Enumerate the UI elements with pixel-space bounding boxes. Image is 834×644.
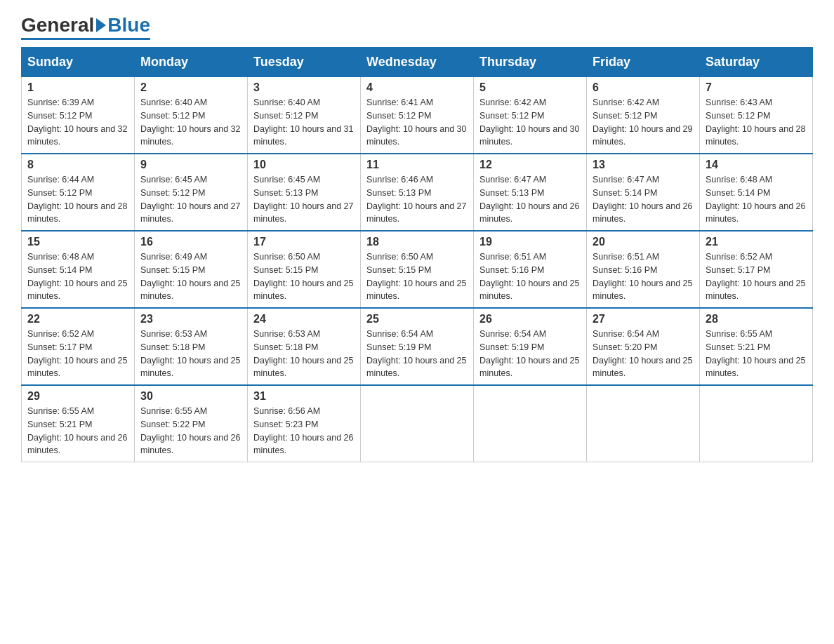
day-info: Sunrise: 6:44 AM Sunset: 5:12 PM Dayligh… [27, 173, 128, 226]
calendar-cell: 31 Sunrise: 6:56 AM Sunset: 5:23 PM Dayl… [248, 385, 361, 462]
day-info: Sunrise: 6:55 AM Sunset: 5:22 PM Dayligh… [140, 405, 241, 457]
calendar-cell: 19 Sunrise: 6:51 AM Sunset: 5:16 PM Dayl… [474, 231, 587, 308]
col-header-thursday: Thursday [474, 48, 587, 77]
calendar-cell: 27 Sunrise: 6:54 AM Sunset: 5:20 PM Dayl… [587, 308, 700, 385]
day-number: 21 [706, 236, 807, 248]
calendar-cell: 23 Sunrise: 6:53 AM Sunset: 5:18 PM Dayl… [135, 308, 248, 385]
calendar-cell: 20 Sunrise: 6:51 AM Sunset: 5:16 PM Dayl… [587, 231, 700, 308]
day-number: 24 [253, 313, 355, 326]
col-header-saturday: Saturday [700, 48, 813, 77]
day-number: 1 [27, 81, 128, 94]
day-number: 18 [366, 236, 468, 248]
day-number: 28 [706, 313, 807, 326]
day-number: 22 [27, 313, 128, 326]
calendar-week-row: 22 Sunrise: 6:52 AM Sunset: 5:17 PM Dayl… [22, 308, 813, 385]
day-number: 23 [140, 313, 241, 326]
day-number: 15 [27, 236, 128, 248]
day-info: Sunrise: 6:54 AM Sunset: 5:20 PM Dayligh… [593, 328, 694, 380]
day-info: Sunrise: 6:48 AM Sunset: 5:14 PM Dayligh… [27, 250, 128, 303]
logo: General Blue [21, 14, 150, 40]
day-info: Sunrise: 6:55 AM Sunset: 5:21 PM Dayligh… [27, 405, 128, 457]
logo-blue-text: Blue [107, 14, 150, 36]
day-info: Sunrise: 6:53 AM Sunset: 5:18 PM Dayligh… [253, 328, 355, 380]
day-number: 10 [253, 159, 355, 171]
day-info: Sunrise: 6:51 AM Sunset: 5:16 PM Dayligh… [593, 250, 694, 303]
calendar-cell [474, 385, 587, 462]
day-number: 11 [366, 159, 468, 171]
calendar-week-row: 29 Sunrise: 6:55 AM Sunset: 5:21 PM Dayl… [22, 385, 813, 462]
day-info: Sunrise: 6:40 AM Sunset: 5:12 PM Dayligh… [253, 96, 355, 149]
day-info: Sunrise: 6:47 AM Sunset: 5:14 PM Dayligh… [593, 173, 694, 226]
calendar-cell: 15 Sunrise: 6:48 AM Sunset: 5:14 PM Dayl… [22, 231, 135, 308]
day-number: 2 [140, 81, 241, 94]
calendar-cell: 4 Sunrise: 6:41 AM Sunset: 5:12 PM Dayli… [361, 77, 474, 154]
day-info: Sunrise: 6:40 AM Sunset: 5:12 PM Dayligh… [140, 96, 241, 149]
calendar-cell [361, 385, 474, 462]
day-number: 13 [593, 159, 694, 171]
logo-arrow-icon [96, 18, 106, 32]
day-number: 5 [479, 81, 581, 94]
calendar-cell: 30 Sunrise: 6:55 AM Sunset: 5:22 PM Dayl… [135, 385, 248, 462]
day-number: 30 [140, 390, 241, 403]
calendar-cell: 12 Sunrise: 6:47 AM Sunset: 5:13 PM Dayl… [474, 154, 587, 231]
calendar-cell: 17 Sunrise: 6:50 AM Sunset: 5:15 PM Dayl… [248, 231, 361, 308]
day-info: Sunrise: 6:50 AM Sunset: 5:15 PM Dayligh… [253, 250, 355, 303]
calendar-cell: 7 Sunrise: 6:43 AM Sunset: 5:12 PM Dayli… [700, 77, 813, 154]
day-number: 29 [27, 390, 128, 403]
col-header-friday: Friday [587, 48, 700, 77]
day-info: Sunrise: 6:55 AM Sunset: 5:21 PM Dayligh… [706, 328, 807, 380]
day-number: 27 [593, 313, 694, 326]
day-number: 26 [479, 313, 581, 326]
day-number: 14 [706, 159, 807, 171]
day-info: Sunrise: 6:53 AM Sunset: 5:18 PM Dayligh… [140, 328, 241, 380]
calendar-cell: 6 Sunrise: 6:42 AM Sunset: 5:12 PM Dayli… [587, 77, 700, 154]
day-number: 9 [140, 159, 241, 171]
calendar-cell: 26 Sunrise: 6:54 AM Sunset: 5:19 PM Dayl… [474, 308, 587, 385]
calendar-cell: 28 Sunrise: 6:55 AM Sunset: 5:21 PM Dayl… [700, 308, 813, 385]
calendar-cell: 16 Sunrise: 6:49 AM Sunset: 5:15 PM Dayl… [135, 231, 248, 308]
calendar-cell [700, 385, 813, 462]
day-number: 31 [253, 390, 355, 403]
calendar-week-row: 8 Sunrise: 6:44 AM Sunset: 5:12 PM Dayli… [22, 154, 813, 231]
calendar-cell: 11 Sunrise: 6:46 AM Sunset: 5:13 PM Dayl… [361, 154, 474, 231]
day-number: 25 [366, 313, 468, 326]
day-info: Sunrise: 6:52 AM Sunset: 5:17 PM Dayligh… [27, 328, 128, 380]
day-info: Sunrise: 6:48 AM Sunset: 5:14 PM Dayligh… [706, 173, 807, 226]
calendar-header-row: SundayMondayTuesdayWednesdayThursdayFrid… [22, 48, 813, 77]
day-number: 4 [366, 81, 468, 94]
calendar-cell: 18 Sunrise: 6:50 AM Sunset: 5:15 PM Dayl… [361, 231, 474, 308]
calendar-cell: 2 Sunrise: 6:40 AM Sunset: 5:12 PM Dayli… [135, 77, 248, 154]
day-info: Sunrise: 6:54 AM Sunset: 5:19 PM Dayligh… [479, 328, 581, 380]
day-info: Sunrise: 6:50 AM Sunset: 5:15 PM Dayligh… [366, 250, 468, 303]
day-number: 7 [706, 81, 807, 94]
day-info: Sunrise: 6:42 AM Sunset: 5:12 PM Dayligh… [593, 96, 694, 149]
day-info: Sunrise: 6:52 AM Sunset: 5:17 PM Dayligh… [706, 250, 807, 303]
calendar-cell: 9 Sunrise: 6:45 AM Sunset: 5:12 PM Dayli… [135, 154, 248, 231]
calendar-week-row: 15 Sunrise: 6:48 AM Sunset: 5:14 PM Dayl… [22, 231, 813, 308]
day-number: 17 [253, 236, 355, 248]
day-number: 6 [593, 81, 694, 94]
calendar-cell: 24 Sunrise: 6:53 AM Sunset: 5:18 PM Dayl… [248, 308, 361, 385]
day-info: Sunrise: 6:46 AM Sunset: 5:13 PM Dayligh… [366, 173, 468, 226]
col-header-wednesday: Wednesday [361, 48, 474, 77]
day-info: Sunrise: 6:42 AM Sunset: 5:12 PM Dayligh… [479, 96, 581, 149]
day-info: Sunrise: 6:45 AM Sunset: 5:13 PM Dayligh… [253, 173, 355, 226]
calendar-cell: 13 Sunrise: 6:47 AM Sunset: 5:14 PM Dayl… [587, 154, 700, 231]
calendar-cell: 14 Sunrise: 6:48 AM Sunset: 5:14 PM Dayl… [700, 154, 813, 231]
calendar-cell: 10 Sunrise: 6:45 AM Sunset: 5:13 PM Dayl… [248, 154, 361, 231]
day-info: Sunrise: 6:47 AM Sunset: 5:13 PM Dayligh… [479, 173, 581, 226]
logo-general-text: General [21, 14, 94, 36]
day-number: 3 [253, 81, 355, 94]
calendar-cell: 25 Sunrise: 6:54 AM Sunset: 5:19 PM Dayl… [361, 308, 474, 385]
col-header-tuesday: Tuesday [248, 48, 361, 77]
calendar-cell: 22 Sunrise: 6:52 AM Sunset: 5:17 PM Dayl… [22, 308, 135, 385]
calendar-table: SundayMondayTuesdayWednesdayThursdayFrid… [21, 47, 813, 462]
calendar-cell [587, 385, 700, 462]
calendar-cell: 8 Sunrise: 6:44 AM Sunset: 5:12 PM Dayli… [22, 154, 135, 231]
calendar-cell: 1 Sunrise: 6:39 AM Sunset: 5:12 PM Dayli… [22, 77, 135, 154]
day-info: Sunrise: 6:41 AM Sunset: 5:12 PM Dayligh… [366, 96, 468, 149]
col-header-monday: Monday [135, 48, 248, 77]
calendar-cell: 5 Sunrise: 6:42 AM Sunset: 5:12 PM Dayli… [474, 77, 587, 154]
day-number: 19 [479, 236, 581, 248]
col-header-sunday: Sunday [22, 48, 135, 77]
